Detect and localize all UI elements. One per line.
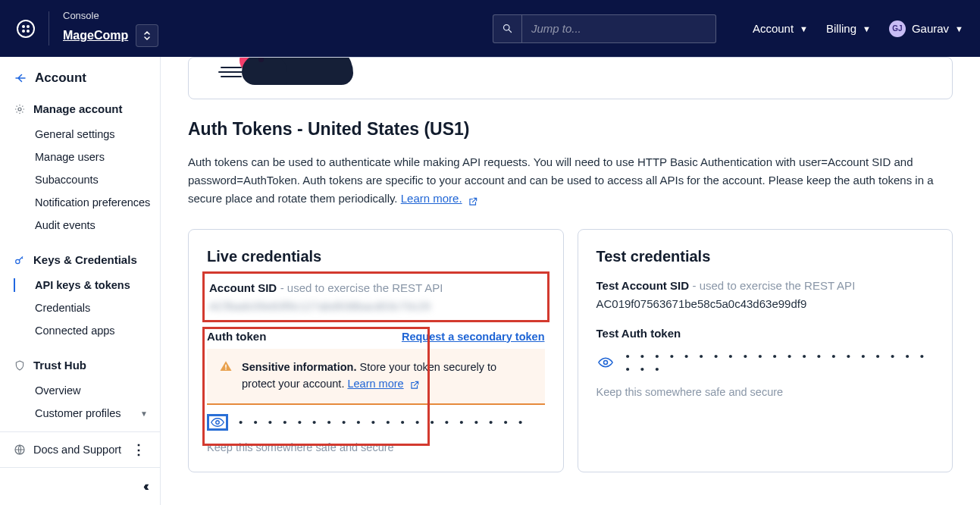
search-icon [493, 15, 522, 42]
topnav-billing-label: Billing [826, 22, 856, 35]
learn-more-link[interactable]: Learn more. [401, 192, 462, 205]
test-credentials-title: Test credentials [596, 248, 935, 265]
live-auth-label: Auth token [207, 330, 266, 343]
external-link-icon [409, 379, 420, 390]
sidebar-head-manage-label: Manage account [33, 102, 123, 115]
live-account-sid-highlight: Account SID - used to exercise the REST … [202, 271, 549, 322]
user-name: Gaurav [912, 22, 949, 35]
avatar: GJ [889, 20, 906, 37]
svg-rect-4 [225, 365, 227, 369]
sidebar-item-api-keys-tokens[interactable]: API keys & tokens [14, 274, 155, 296]
live-sid-hint: - used to exercise the REST API [280, 281, 443, 294]
sidebar-item-audit-events[interactable]: Audit events [14, 214, 155, 237]
sidebar-item-credentials[interactable]: Credentials [14, 296, 155, 319]
layout: Account Manage account General settings … [0, 57, 980, 505]
console-switcher: Console MageComp [63, 10, 158, 47]
sidebar-head-trust-label: Trust Hub [33, 359, 86, 372]
jump-to-search[interactable] [493, 14, 716, 43]
sidebar-item-customer-profiles[interactable]: Customer profiles [14, 402, 155, 425]
collapse-sidebar-icon[interactable]: ‹‹ [143, 478, 146, 494]
request-secondary-token-link[interactable]: Request a secondary token [402, 331, 545, 343]
svg-point-0 [503, 25, 509, 31]
section-title: Auth Tokens - United States (US1) [188, 119, 953, 140]
topbar-left: Console MageComp [17, 10, 158, 47]
sidebar-docs-support[interactable]: Docs and Support [14, 444, 121, 456]
sidebar-item-general-settings[interactable]: General settings [14, 123, 155, 146]
test-token-row: • • • • • • • • • • • • • • • • • • • • … [596, 350, 935, 375]
sidebar-head-manage[interactable]: Manage account [14, 95, 155, 123]
credentials-grid: Live credentials Account SID - used to e… [161, 220, 980, 472]
svg-point-2 [16, 259, 20, 263]
test-token-masked[interactable]: • • • • • • • • • • • • • • • • • • • • … [625, 350, 934, 375]
sidebar-head-keys-label: Keys & Credentials [33, 253, 137, 266]
external-link-icon [468, 194, 478, 205]
sidebar-docs-row: Docs and Support ⋮ [0, 431, 160, 467]
sensitive-info-warning: Sensitive information. Store your token … [207, 349, 545, 405]
topnav: Account ▼ Billing ▼ GJ Gaurav ▼ [753, 20, 963, 37]
svg-rect-5 [225, 369, 227, 370]
warning-bold: Sensitive information. [242, 361, 356, 373]
sidebar-docs-label: Docs and Support [33, 444, 121, 456]
sidebar-head-trust[interactable]: Trust Hub [14, 351, 155, 379]
sidebar: Account Manage account General settings … [0, 57, 161, 505]
svg-point-7 [603, 361, 607, 365]
test-sid-label: Test Account SID [596, 279, 690, 292]
chevron-down-icon: ▼ [955, 24, 963, 33]
live-sid-label: Account SID [209, 281, 277, 294]
topbar-divider [49, 11, 49, 45]
live-keep-safe: Keep this somewhere safe and secure [207, 441, 545, 453]
chevron-down-icon: ▼ [800, 24, 808, 33]
auth-tokens-section: Auth Tokens - United States (US1) Auth t… [161, 119, 980, 208]
topbar: Console MageComp Account ▼ Billing ▼ GJ … [0, 0, 980, 57]
live-credentials-card: Live credentials Account SID - used to e… [188, 229, 564, 472]
svg-point-1 [18, 108, 21, 111]
sidebar-item-manage-users[interactable]: Manage users [14, 146, 155, 168]
sidebar-item-notification-preferences[interactable]: Notification preferences [14, 191, 155, 214]
live-auth-token-block: Auth token Request a secondary token Sen… [207, 330, 545, 431]
org-switch-icon[interactable] [136, 24, 158, 47]
test-sid-value[interactable]: AC019f07563671be58c5a0c43d63e99df9 [596, 297, 935, 310]
hero-illustration [205, 57, 935, 85]
live-credentials-title: Live credentials [207, 248, 545, 265]
chevron-down-icon: ▼ [140, 409, 148, 418]
sidebar-item-connected-apps[interactable]: Connected apps [14, 319, 155, 342]
sidebar-item-overview[interactable]: Overview [14, 379, 155, 402]
topnav-account[interactable]: Account ▼ [753, 22, 808, 35]
search-input[interactable] [522, 22, 715, 35]
sidebar-collapse-row: ‹‹ [0, 467, 160, 505]
live-sid-value[interactable]: ACfbadc09e83f9c127abd938bacd03c70c29 [209, 300, 543, 312]
kebab-icon[interactable]: ⋮ [132, 441, 146, 458]
live-token-row: • • • • • • • • • • • • • • • • • • • • [207, 414, 545, 431]
test-sid-block: Test Account SID - used to exercise the … [596, 279, 935, 310]
test-auth-block: Test Auth token • • • • • • • • • • • • … [596, 327, 935, 375]
hero-card [188, 57, 953, 99]
section-description: Auth tokens can be used to authenticate … [188, 153, 953, 208]
test-keep-safe: Keep this somewhere safe and secure [596, 386, 935, 398]
sidebar-back[interactable]: Account [14, 57, 155, 95]
chevron-down-icon: ▼ [863, 24, 871, 33]
app-logo-icon[interactable] [17, 20, 35, 38]
sidebar-back-label: Account [35, 71, 86, 86]
live-token-masked[interactable]: • • • • • • • • • • • • • • • • • • • • [239, 416, 526, 428]
topnav-account-label: Account [753, 22, 794, 35]
main: Auth Tokens - United States (US1) Auth t… [161, 57, 980, 505]
org-name[interactable]: MageComp [63, 29, 128, 42]
test-credentials-card: Test credentials Test Account SID - used… [578, 229, 953, 472]
reveal-test-token-icon[interactable] [596, 354, 615, 371]
test-sid-hint: - used to exercise the REST API [692, 279, 855, 292]
warning-learn-more-link[interactable]: Learn more [347, 378, 403, 390]
test-auth-label: Test Auth token [596, 327, 681, 340]
svg-point-6 [216, 420, 220, 424]
topnav-user[interactable]: GJ Gaurav ▼ [889, 20, 963, 37]
reveal-live-token-icon[interactable] [207, 414, 228, 431]
console-label: Console [63, 10, 158, 21]
sidebar-item-subaccounts[interactable]: Subaccounts [14, 168, 155, 191]
topnav-billing[interactable]: Billing ▼ [826, 22, 871, 35]
sidebar-head-keys[interactable]: Keys & Credentials [14, 246, 155, 274]
